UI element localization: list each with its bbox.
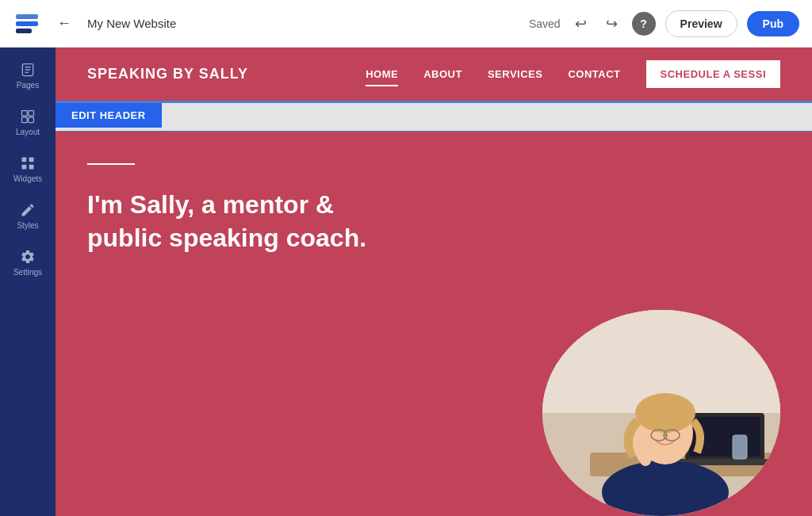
website-preview: SPEAKING BY SALLY HOME ABOUT SERVICES CO… (56, 48, 812, 516)
svg-rect-8 (29, 111, 34, 117)
nav-item-home[interactable]: HOME (366, 68, 398, 80)
sidebar-item-pages[interactable]: Pages (3, 54, 52, 97)
undo-button[interactable]: ↩ (570, 12, 592, 36)
top-bar: ← My New Website Saved ↩ ↪ ? Preview Pub (0, 0, 812, 48)
app-logo (13, 10, 41, 38)
svg-rect-11 (22, 158, 27, 162)
sidebar-item-widgets[interactable]: Widgets (3, 147, 52, 191)
saved-status: Saved (529, 17, 561, 30)
svg-rect-14 (29, 165, 34, 170)
publish-button[interactable]: Pub (747, 11, 799, 36)
header-edit-container: EDIT HEADER (56, 103, 812, 132)
site-title: My New Website (87, 17, 176, 30)
edit-header-button[interactable]: EDIT HEADER (56, 103, 162, 128)
nav-item-services[interactable]: SERVICES (488, 68, 543, 80)
person-image (542, 310, 780, 516)
svg-rect-13 (22, 165, 27, 170)
hero-heading: I'm Sally, a mentor & public speaking co… (87, 189, 436, 254)
svg-point-23 (635, 393, 695, 433)
sidebar: Pages Layout Widgets Style (0, 48, 56, 516)
svg-rect-27 (733, 435, 747, 459)
hero-line2: public speaking coach. (87, 224, 366, 252)
sidebar-styles-label: Styles (17, 221, 38, 230)
back-button[interactable]: ← (51, 12, 78, 35)
site-logo: SPEAKING BY SALLY (87, 66, 366, 82)
canvas-area: SPEAKING BY SALLY HOME ABOUT SERVICES CO… (56, 48, 812, 516)
svg-rect-1 (16, 21, 38, 26)
sidebar-item-settings[interactable]: Settings (3, 241, 52, 285)
nav-item-contact[interactable]: CONTACT (568, 68, 620, 80)
sidebar-item-styles[interactable]: Styles (3, 194, 52, 238)
redo-button[interactable]: ↪ (601, 12, 622, 36)
svg-rect-0 (16, 14, 38, 19)
svg-rect-7 (22, 111, 28, 117)
hero-section: I'm Sally, a mentor & public speaking co… (56, 132, 812, 516)
site-header[interactable]: SPEAKING BY SALLY HOME ABOUT SERVICES CO… (56, 48, 812, 103)
hero-divider (87, 163, 135, 165)
svg-rect-2 (16, 29, 32, 33)
sidebar-settings-label: Settings (13, 268, 42, 277)
sidebar-widgets-label: Widgets (13, 174, 42, 183)
nav-item-about[interactable]: ABOUT (423, 68, 462, 80)
svg-rect-12 (29, 158, 34, 162)
site-nav: HOME ABOUT SERVICES CONTACT SCHEDULE A S… (366, 60, 780, 88)
schedule-cta-button[interactable]: SCHEDULE A SESSI (646, 60, 780, 88)
help-button[interactable]: ? (632, 12, 656, 36)
person-svg (542, 310, 780, 516)
svg-rect-9 (22, 117, 28, 123)
sidebar-pages-label: Pages (17, 81, 39, 90)
svg-rect-10 (29, 117, 34, 123)
sidebar-layout-label: Layout (16, 128, 40, 136)
preview-button[interactable]: Preview (665, 10, 737, 37)
main-layout: Pages Layout Widgets Style (0, 48, 812, 516)
hero-line1: I'm Sally, a mentor & (87, 190, 334, 219)
sidebar-item-layout[interactable]: Layout (3, 101, 52, 144)
